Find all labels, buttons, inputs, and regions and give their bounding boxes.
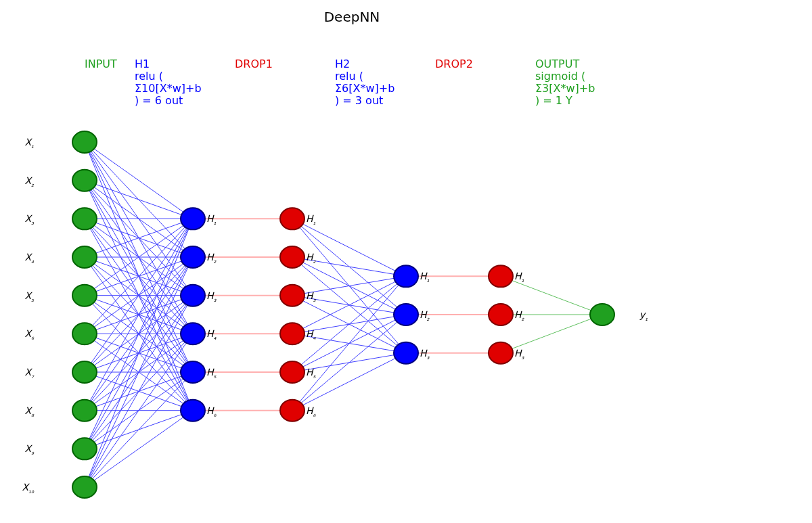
input-node-6 xyxy=(72,323,97,344)
layer-header-input-line0: INPUT xyxy=(85,58,117,70)
input-node-7-label: X₇ xyxy=(24,367,35,380)
edge-input-h1 xyxy=(85,219,193,487)
h2-node-2-label: H₂ xyxy=(420,309,430,322)
h1-node-5-label: H₅ xyxy=(206,367,217,380)
edge-drop1-h2 xyxy=(292,276,406,334)
edge-input-h1 xyxy=(85,181,193,219)
layer-header-h2-line2: Σ6[X*w]+b xyxy=(335,82,394,95)
input-node-8-label: X₈ xyxy=(24,405,35,418)
layer-header-input: INPUT xyxy=(85,58,117,70)
layer-header-h2: H2relu (Σ6[X*w]+b) = 3 out xyxy=(335,58,394,107)
layer-header-h1-line1: relu ( xyxy=(135,70,163,83)
diagram-title: DeepNN xyxy=(324,9,380,25)
layer-header-drop1: DROP1 xyxy=(235,58,273,70)
input-node-10-label: X₁₀ xyxy=(22,482,35,495)
drop2-node-2 xyxy=(489,304,513,325)
layer-header-h1: H1relu (Σ10[X*w]+b) = 6 out xyxy=(135,58,202,107)
drop1-node-1-label: H₁ xyxy=(306,213,316,226)
layer-header-output-line2: Σ3[X*w]+b xyxy=(535,82,595,95)
layer-header-drop2: DROP2 xyxy=(435,58,473,70)
edge-input-h1 xyxy=(85,372,193,487)
drop1-node-5 xyxy=(280,361,304,383)
h1-node-1 xyxy=(181,208,205,229)
input-node-10 xyxy=(72,476,97,498)
input-node-3 xyxy=(72,208,97,229)
drop1-node-2 xyxy=(280,246,304,268)
layer-header-drop2-line0: DROP2 xyxy=(435,58,473,70)
h1-node-5 xyxy=(181,361,205,383)
input-node-2-label: X₂ xyxy=(24,175,35,188)
h2-node-3 xyxy=(394,342,418,364)
layer-header-drop1-line0: DROP1 xyxy=(235,58,273,70)
edge-input-h1 xyxy=(85,142,193,219)
deepnn-diagram: DeepNN INPUTH1relu (Σ10[X*w]+b) = 6 outD… xyxy=(0,0,812,523)
h2-node-3-label: H₃ xyxy=(420,348,430,361)
layer-header-output-line0: OUTPUT xyxy=(535,58,579,70)
output-node-1-label: y₁ xyxy=(639,309,648,322)
h2-node-2 xyxy=(394,304,418,325)
input-node-9-label: X₉ xyxy=(24,443,35,456)
drop1-node-3 xyxy=(280,285,304,306)
input-node-9 xyxy=(72,438,97,459)
h1-node-4 xyxy=(181,323,205,344)
edge-drop1-h2 xyxy=(292,353,406,411)
edge-input-h1 xyxy=(85,296,193,487)
h1-node-4-label: H₄ xyxy=(206,328,217,341)
drop1-node-6-label: H₆ xyxy=(306,405,317,418)
layer-header-h1-line3: ) = 6 out xyxy=(135,94,183,107)
drop2-node-3-label: H₃ xyxy=(514,348,525,361)
input-node-6-label: X₆ xyxy=(24,328,35,341)
layer-header-output-line1: sigmoid ( xyxy=(535,70,585,83)
h1-node-2 xyxy=(181,246,205,268)
h1-node-3-label: H₃ xyxy=(206,290,217,303)
drop1-node-1 xyxy=(280,208,304,229)
edge-input-h1 xyxy=(85,411,193,487)
drop2-node-1 xyxy=(489,265,513,287)
input-node-1-label: X₁ xyxy=(24,137,34,150)
h1-node-6-label: H₆ xyxy=(206,405,217,418)
h2-node-1 xyxy=(394,265,418,287)
layer-header-h1-line0: H1 xyxy=(135,58,150,70)
input-node-8 xyxy=(72,400,97,422)
h2-node-1-label: H₁ xyxy=(420,271,430,283)
input-node-1 xyxy=(72,131,97,153)
drop2-node-3 xyxy=(489,342,513,364)
h1-node-3 xyxy=(181,285,205,306)
drop1-node-2-label: H₂ xyxy=(306,252,317,265)
layer-header-output: OUTPUTsigmoid (Σ3[X*w]+b) = 1 Y xyxy=(535,58,595,107)
drop1-node-6 xyxy=(280,400,304,422)
h1-node-1-label: H₁ xyxy=(206,213,217,226)
input-node-5 xyxy=(72,285,97,306)
layer-header-h2-line0: H2 xyxy=(335,58,350,70)
edge-drop1-h2 xyxy=(292,219,406,276)
input-node-2 xyxy=(72,170,97,191)
input-node-5-label: X₅ xyxy=(24,290,35,303)
h1-node-6 xyxy=(181,400,205,422)
input-node-4-label: X₄ xyxy=(24,252,35,265)
layer-header-h2-line3: ) = 3 out xyxy=(335,94,383,107)
layer-header-h1-line2: Σ10[X*w]+b xyxy=(135,82,202,95)
drop1-node-4 xyxy=(280,323,304,344)
h1-node-2-label: H₂ xyxy=(206,252,217,265)
layer-header-h2-line1: relu ( xyxy=(335,70,363,83)
input-node-7 xyxy=(72,361,97,383)
layer-header-output-line3: ) = 1 Y xyxy=(535,94,572,107)
drop2-node-2-label: H₂ xyxy=(514,309,525,322)
input-node-3-label: X₃ xyxy=(24,213,35,226)
output-node-1 xyxy=(590,304,614,325)
input-node-4 xyxy=(72,246,97,268)
